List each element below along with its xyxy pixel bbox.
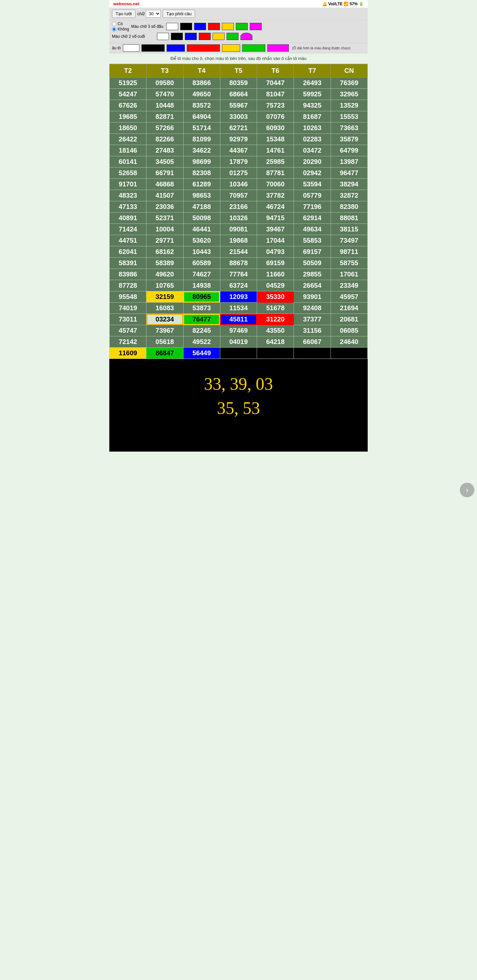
table-cell[interactable]: 37377 bbox=[294, 314, 330, 325]
table-row[interactable]: 26422822668109992979153480228335879 bbox=[110, 134, 368, 145]
table-cell[interactable]: 38115 bbox=[330, 224, 367, 235]
table-cell[interactable]: 86847 bbox=[147, 348, 183, 359]
table-cell[interactable]: 87728 bbox=[110, 280, 147, 291]
swatch-red-3so[interactable] bbox=[208, 23, 220, 30]
table-cell[interactable]: 66067 bbox=[294, 336, 330, 348]
table-cell[interactable] bbox=[257, 348, 294, 359]
table-cell[interactable]: 34622 bbox=[183, 145, 220, 156]
table-row[interactable]: 58391583896058988678691595050958755 bbox=[110, 258, 368, 269]
table-cell[interactable]: 49620 bbox=[147, 269, 183, 280]
table-cell[interactable]: 09081 bbox=[220, 224, 257, 235]
table-cell[interactable]: 50098 bbox=[183, 213, 220, 224]
table-cell[interactable]: 81687 bbox=[294, 111, 330, 123]
table-cell[interactable]: 19868 bbox=[220, 235, 257, 246]
table-cell[interactable]: 94715 bbox=[257, 213, 294, 224]
table-cell[interactable]: 17879 bbox=[220, 156, 257, 167]
table-cell[interactable]: 32159 bbox=[147, 291, 183, 302]
table-cell[interactable]: 45747 bbox=[110, 325, 147, 336]
table-cell[interactable]: 26654 bbox=[294, 280, 330, 291]
table-cell[interactable]: 60930 bbox=[257, 123, 294, 134]
table-cell[interactable]: 29855 bbox=[294, 269, 330, 280]
table-cell[interactable]: 34505 bbox=[147, 156, 183, 167]
swatch-to-yellow[interactable] bbox=[222, 45, 240, 52]
table-cell[interactable]: 88081 bbox=[330, 213, 367, 224]
table-cell[interactable]: 11534 bbox=[220, 302, 257, 314]
table-cell[interactable]: 98711 bbox=[330, 246, 367, 258]
tao-luoi-button[interactable]: Tạo lưới bbox=[112, 10, 136, 18]
table-cell[interactable]: 74019 bbox=[110, 302, 147, 314]
swatch-black-3so[interactable] bbox=[180, 23, 192, 30]
table-cell[interactable]: 02942 bbox=[294, 167, 330, 179]
table-cell[interactable]: 46441 bbox=[183, 224, 220, 235]
table-cell[interactable]: 74627 bbox=[183, 269, 220, 280]
tao-phoi-button[interactable]: Tạo phôi câu bbox=[163, 10, 195, 18]
table-cell[interactable]: 82871 bbox=[147, 111, 183, 123]
table-cell[interactable]: 62041 bbox=[110, 246, 147, 258]
table-cell[interactable]: 49634 bbox=[294, 224, 330, 235]
table-cell[interactable]: 18146 bbox=[110, 145, 147, 156]
table-cell[interactable]: 62721 bbox=[220, 123, 257, 134]
swatch-to-black[interactable] bbox=[142, 45, 164, 52]
table-cell[interactable]: 64799 bbox=[330, 145, 367, 156]
table-row[interactable]: 18650572665171462721609301026373663 bbox=[110, 123, 368, 134]
table-cell[interactable]: 98653 bbox=[183, 190, 220, 201]
table-cell[interactable]: 33003 bbox=[220, 111, 257, 123]
table-cell[interactable]: 92408 bbox=[294, 302, 330, 314]
table-cell[interactable]: 58389 bbox=[147, 258, 183, 269]
table-cell[interactable]: 43550 bbox=[257, 325, 294, 336]
table-cell[interactable]: 47133 bbox=[110, 201, 147, 213]
table-row[interactable]: 52658667918230801275877810294296477 bbox=[110, 167, 368, 179]
table-cell[interactable]: 91701 bbox=[110, 179, 147, 190]
table-cell[interactable]: 46868 bbox=[147, 179, 183, 190]
swatch-to-blue[interactable] bbox=[167, 45, 185, 52]
table-row[interactable]: 54247574704965068664810475992532965 bbox=[110, 89, 368, 100]
table-cell[interactable]: 55967 bbox=[220, 100, 257, 111]
table-cell[interactable]: 70447 bbox=[257, 78, 294, 89]
table-cell[interactable]: 55853 bbox=[294, 235, 330, 246]
table-cell[interactable]: 10443 bbox=[183, 246, 220, 258]
table-cell[interactable]: 68664 bbox=[220, 89, 257, 100]
table-cell[interactable]: 37782 bbox=[257, 190, 294, 201]
table-cell[interactable]: 71424 bbox=[110, 224, 147, 235]
table-cell[interactable]: 29771 bbox=[147, 235, 183, 246]
table-cell[interactable]: 69157 bbox=[294, 246, 330, 258]
table-cell[interactable] bbox=[294, 348, 330, 359]
table-cell[interactable]: 14761 bbox=[257, 145, 294, 156]
table-cell[interactable]: 10765 bbox=[147, 280, 183, 291]
swatch-to-red[interactable] bbox=[187, 45, 220, 52]
table-row[interactable]: 44751297715362019868170445585373497 bbox=[110, 235, 368, 246]
co-radio-label[interactable]: Có bbox=[112, 22, 129, 26]
table-cell[interactable]: 46724 bbox=[257, 201, 294, 213]
table-cell[interactable]: 98699 bbox=[183, 156, 220, 167]
table-cell[interactable]: 14938 bbox=[183, 280, 220, 291]
table-cell[interactable]: 44367 bbox=[220, 145, 257, 156]
table-cell[interactable]: 57266 bbox=[147, 123, 183, 134]
table-cell[interactable]: 83866 bbox=[183, 78, 220, 89]
table-row[interactable]: 62041681621044321544047936915798711 bbox=[110, 246, 368, 258]
swatch-to-white[interactable] bbox=[123, 45, 139, 52]
table-row[interactable]: 91701468686128910346700605359438294 bbox=[110, 179, 368, 190]
table-cell[interactable]: 27483 bbox=[147, 145, 183, 156]
swatch-red-2so[interactable] bbox=[199, 33, 211, 40]
table-cell[interactable]: 72142 bbox=[110, 336, 147, 348]
table-cell[interactable]: 58391 bbox=[110, 258, 147, 269]
table-row[interactable]: 72142056184952204019642186606724640 bbox=[110, 336, 368, 348]
swatch-blue-2so[interactable] bbox=[185, 33, 197, 40]
table-cell[interactable]: 66791 bbox=[147, 167, 183, 179]
table-cell[interactable]: 88678 bbox=[220, 258, 257, 269]
table-cell[interactable]: 45957 bbox=[330, 291, 367, 302]
table-row[interactable]: 73011032347647745811312203737720681 bbox=[110, 314, 368, 325]
table-cell[interactable]: 77196 bbox=[294, 201, 330, 213]
table-cell[interactable]: 26493 bbox=[294, 78, 330, 89]
khong-radio-label[interactable]: Không bbox=[112, 27, 129, 32]
table-cell[interactable]: 68162 bbox=[147, 246, 183, 258]
table-cell[interactable]: 06085 bbox=[330, 325, 367, 336]
table-cell[interactable]: 76369 bbox=[330, 78, 367, 89]
table-cell[interactable] bbox=[220, 348, 257, 359]
table-cell[interactable]: 64904 bbox=[183, 111, 220, 123]
table-cell[interactable]: 16083 bbox=[147, 302, 183, 314]
table-cell[interactable]: 20681 bbox=[330, 314, 367, 325]
table-cell[interactable]: 21544 bbox=[220, 246, 257, 258]
table-cell[interactable]: 82308 bbox=[183, 167, 220, 179]
table-cell[interactable]: 80965 bbox=[183, 291, 220, 302]
